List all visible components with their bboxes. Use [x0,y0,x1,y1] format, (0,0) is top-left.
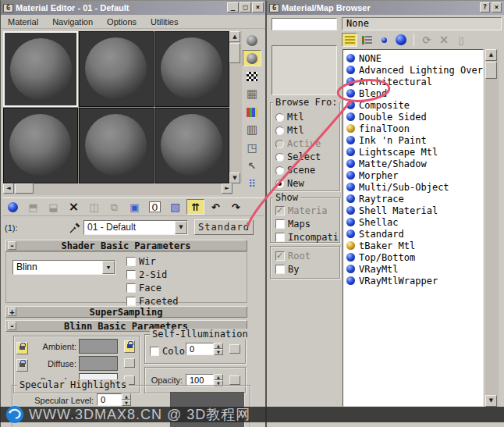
browse-from-radio[interactable]: Mtl [275,112,339,123]
supersampling-header[interactable]: + SuperSampling [5,306,247,318]
scroll-down-icon[interactable]: ▼ [485,395,497,407]
specular-level-value[interactable]: 0 [97,393,122,406]
scroll-down-icon[interactable]: ▼ [229,173,240,183]
material-list-item[interactable]: finalToon [343,123,483,134]
material-list-item[interactable]: Lightscape Mtl [343,146,483,158]
show-checkbox[interactable]: Incompati [275,232,339,243]
show-checkbox[interactable]: Materia [275,205,339,216]
close-button[interactable]: × [492,2,502,12]
spinner-up-icon[interactable]: ▲ [122,393,131,400]
slots-vertical-scrollbar[interactable]: ▲ ▼ [229,31,242,183]
spinner-down-icon[interactable]: ▼ [122,400,131,406]
make-material-copy-button[interactable] [85,199,103,215]
browse-from-radio[interactable]: Select [275,151,339,162]
material-type-button[interactable]: Standard [194,219,254,235]
material-list-item[interactable]: tBaker Mtl [343,240,483,251]
material-list-item[interactable]: Shell Material [343,205,483,216]
chevron-down-icon[interactable]: ▼ [102,261,115,274]
material-list-item[interactable]: Ink 'n Paint [343,134,483,146]
menu-item[interactable]: Utilities [144,17,185,27]
spinner-up-icon[interactable]: ▲ [214,374,223,380]
shader-type-dropdown[interactable]: Blinn ▼ [12,260,115,275]
shader-flag-checkbox[interactable]: 2-Sid [126,269,186,280]
view-list-button[interactable] [342,33,357,47]
put-material-to-scene-button[interactable] [24,199,42,215]
go-to-parent-button[interactable] [207,199,225,215]
shader-flag-checkbox[interactable]: Faceted [126,296,186,307]
material-list-item[interactable]: VRayMtl [343,263,483,275]
chevron-down-icon[interactable]: ▼ [175,221,187,234]
self-illumination-value[interactable]: 0 [186,343,214,355]
slots-horizontal-scrollbar[interactable]: ◄ ► [3,183,232,195]
material-list-item[interactable]: NONE [343,52,483,64]
sample-uv-tiling-button[interactable] [243,86,261,102]
options-button[interactable] [243,140,261,156]
sample-slot[interactable] [3,31,78,107]
video-color-check-button[interactable] [243,104,261,120]
scroll-thumb[interactable] [229,43,240,63]
browser-titlebar[interactable]: G Material/Map Browser ? × [267,1,504,15]
backlight-button[interactable] [243,50,261,66]
material-id-channel-button[interactable] [146,199,164,215]
self-illumination-map-button[interactable] [229,344,240,354]
show-checkbox[interactable]: Maps [275,219,339,230]
filter-checkbox[interactable]: Root [275,251,339,262]
sample-slot[interactable] [154,31,229,107]
shader-flag-checkbox[interactable]: Wir [126,256,186,267]
select-by-material-button[interactable] [243,158,261,174]
menu-item[interactable]: Options [100,17,144,27]
maximize-button[interactable]: □ [240,2,251,12]
material-list-item[interactable]: Blend [343,87,483,99]
scroll-up-icon[interactable]: ▲ [229,31,240,42]
material-list-item[interactable]: Top/Bottom [343,251,483,263]
expand-icon[interactable]: + [8,308,16,316]
material-list-item[interactable]: Advanced Lighting Overric [343,64,483,76]
view-small-icons-button[interactable] [376,33,392,47]
browse-from-radio[interactable]: New [275,178,339,189]
view-list-plus-icons-button[interactable] [359,33,374,47]
show-map-in-viewport-button[interactable] [166,199,184,215]
browse-from-radio[interactable]: Mtl [275,125,339,136]
shader-flag-checkbox[interactable]: Face [126,283,186,294]
material-list-item[interactable]: Double Sided [343,111,483,123]
material-list-item[interactable]: Architectural [343,76,483,87]
help-button[interactable]: ? [480,2,490,12]
lock-ambient-diffuse-button[interactable] [16,342,28,354]
material-list-item[interactable]: Morpher [343,169,483,181]
make-unique-button[interactable] [105,199,123,215]
scroll-thumb[interactable] [485,62,497,79]
browser-text-input[interactable] [272,18,337,30]
browse-from-radio[interactable]: Scene [275,165,339,176]
sample-slot[interactable] [3,108,78,183]
minimize-button[interactable]: _ [227,2,239,12]
self-illumination-color-checkbox[interactable]: Colo [150,346,186,357]
material-editor-titlebar[interactable]: G Material Editor - 01 - Default _ □ × [1,1,265,15]
list-scrollbar[interactable]: ▲ ▼ [485,49,499,407]
pick-material-eyedropper-button[interactable] [68,220,82,234]
put-to-library-button[interactable] [126,199,144,215]
scroll-up-icon[interactable]: ▲ [485,49,497,61]
close-button[interactable]: × [252,2,264,12]
get-material-button[interactable] [4,199,22,215]
diffuse-map-button[interactable] [124,358,135,368]
menu-item[interactable]: Navigation [45,17,100,27]
scroll-left-icon[interactable]: ◄ [3,183,14,194]
material-list-item[interactable]: Matte/Shadow [343,158,483,169]
material-list-item[interactable]: Standard [343,228,483,240]
material-list-item[interactable]: Raytrace [343,193,483,205]
clear-material-library-button[interactable] [453,33,469,47]
assign-material-to-selection-button[interactable] [44,199,62,215]
menu-item[interactable]: Material [1,17,45,27]
sample-slot[interactable] [154,108,229,183]
material-map-navigator-button[interactable] [243,176,261,192]
ambient-color-swatch[interactable] [79,339,118,354]
delete-from-library-button[interactable] [436,33,452,47]
browse-from-radio[interactable]: Active [275,138,339,149]
show-end-result-button[interactable] [186,199,204,215]
scroll-thumb[interactable] [15,183,34,194]
make-preview-button[interactable] [243,122,261,138]
sample-slot[interactable] [79,31,154,107]
shader-basic-parameters-header[interactable]: - Shader Basic Parameters [5,240,247,251]
background-button[interactable] [243,68,261,84]
material-name-dropdown[interactable]: 01 - Default ▼ [83,220,188,235]
